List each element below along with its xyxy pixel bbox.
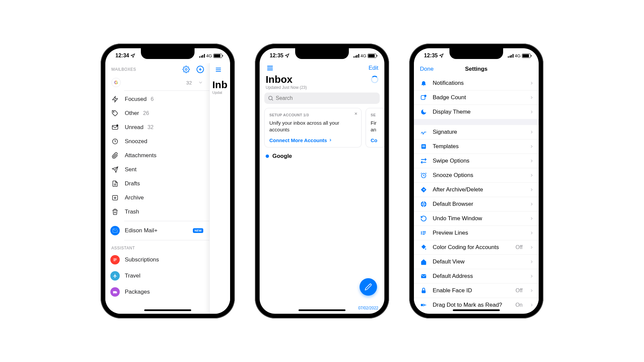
settings-list[interactable]: Notifications Badge Count Display Theme … [414,76,539,314]
settings-gear-button[interactable] [182,65,191,74]
home-indicator[interactable] [144,309,191,311]
globe-icon [420,201,427,207]
home-icon [420,258,427,265]
thread-sender: Google [272,153,292,160]
sidebar: MAILBOXES G 32 [105,63,209,314]
svg-point-21 [113,293,114,294]
sidebar-item-snoozed[interactable]: Snoozed [105,134,209,148]
battery-icon [522,54,531,58]
settings-label: Default Address [433,273,524,280]
envelope-icon [420,273,427,280]
settings-label: Default Browser [433,201,524,207]
notch [295,48,349,59]
notch [449,48,503,59]
settings-row-after-archive[interactable]: After Archive/Delete [414,182,539,197]
settings-row-snooze[interactable]: Snooze Options [414,168,539,182]
settings-label: Swipe Options [433,158,524,164]
menu-button[interactable] [212,65,224,74]
settings-row-notifications[interactable]: Notifications [414,76,539,90]
alarm-icon [420,172,427,179]
chevron-right-icon [529,144,534,149]
sidebar-item-other[interactable]: Other 26 [105,106,209,120]
diamond-arrow-icon [420,186,427,193]
add-account-button[interactable] [196,65,205,74]
sidebar-item-archive[interactable]: Archive [105,191,209,205]
sidebar-item-label: Other [125,110,139,117]
sidebar-item-label: Snoozed [125,138,147,145]
chevron-right-icon [529,303,534,307]
chevron-right-icon [328,138,332,142]
send-icon [112,166,118,173]
email-thread-row[interactable]: Google [260,147,384,165]
sidebar-item-drafts[interactable]: Drafts [105,177,209,191]
drag-dot-icon [420,302,427,308]
account-selector[interactable]: G 32 [105,75,209,90]
setup-card-next[interactable]: SE Fir an Co [366,108,384,147]
card-text: Unify your inbox across all your account… [269,120,357,133]
archive-icon [112,194,118,201]
settings-row-signature[interactable]: Signature [414,125,539,139]
sidebar-item-count: 6 [151,96,154,102]
settings-row-badge[interactable]: Badge Count [414,90,539,105]
main-peek: Inb Updat [209,63,230,314]
settings-row-theme[interactable]: Display Theme [414,105,539,119]
sidebar-item-packages[interactable]: Packages [105,284,209,300]
edit-button[interactable]: Edit [369,65,378,71]
svg-point-29 [269,96,272,100]
sidebar-item-premium[interactable]: + Edison Mail+ NEW [105,221,209,240]
settings-label: Signature [433,129,524,135]
sidebar-item-subscriptions[interactable]: Subscriptions [105,252,209,268]
settings-title: Settings [465,66,487,72]
settings-value: On [516,302,523,308]
svg-point-47 [421,304,423,306]
network-label: 4G [515,53,521,58]
peek-subtitle: Updat [212,90,230,95]
card-cta[interactable]: Co [371,137,381,143]
svg-point-34 [425,95,426,97]
card-cta[interactable]: Connect More Accounts [269,137,357,143]
settings-row-templates[interactable]: Templates [414,139,539,154]
home-indicator[interactable] [453,309,500,311]
settings-row-faceid[interactable]: Enable Face ID Off [414,283,539,298]
settings-row-browser[interactable]: Default Browser [414,197,539,211]
settings-row-default-address[interactable]: Default Address [414,269,539,283]
undo-icon [420,215,427,222]
card-step: SE [371,113,381,117]
done-button[interactable]: Done [420,66,434,72]
sidebar-item-unread[interactable]: Unread 32 [105,120,209,134]
battery-icon [368,54,376,58]
settings-row-swipe[interactable]: Swipe Options [414,154,539,168]
new-badge: NEW [193,228,203,233]
sidebar-item-attachments[interactable]: Attachments [105,148,209,163]
svg-point-5 [113,112,114,113]
sidebar-item-trash[interactable]: Trash [105,205,209,219]
bolt-icon [112,96,118,103]
assistant-label: Subscriptions [125,256,159,263]
setup-card[interactable]: SETUP ACCOUNT 1/3 Unify your inbox acros… [264,108,362,147]
menu-button[interactable] [266,64,274,72]
subscriptions-icon [110,255,120,264]
compose-button[interactable] [360,278,377,296]
settings-label: Drag Dot to Mark as Read? [433,302,510,308]
settings-row-preview[interactable]: Preview Lines [414,226,539,240]
signature-icon [420,129,427,135]
assistant-label: Packages [125,289,150,295]
sidebar-item-travel[interactable]: Travel [105,268,209,284]
pencil-icon [365,283,372,291]
signal-icon [199,54,205,58]
battery-icon [213,54,222,58]
settings-row-undo[interactable]: Undo Time Window [414,211,539,226]
network-label: 4G [361,53,366,58]
home-indicator[interactable] [299,309,345,311]
card-close-button[interactable] [354,112,358,116]
paint-bucket-icon [420,244,427,251]
settings-row-color-coding[interactable]: Color Coding for Accounts Off [414,240,539,254]
search-field[interactable] [276,95,376,101]
card-cta-label: Co [371,137,377,143]
settings-row-default-view[interactable]: Default View [414,254,539,269]
unread-dot-icon [266,155,269,158]
svg-point-44 [425,248,426,249]
sidebar-item-focused[interactable]: Focused 6 [105,92,209,106]
search-input[interactable] [264,93,380,104]
sidebar-item-sent[interactable]: Sent [105,163,209,177]
